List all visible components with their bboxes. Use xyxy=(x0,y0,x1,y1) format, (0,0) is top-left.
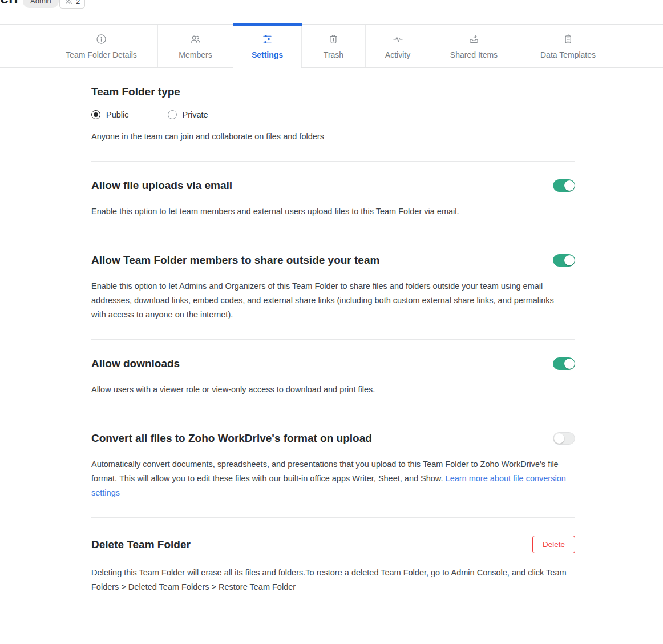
tab-label: Activity xyxy=(385,50,410,59)
convert-files-toggle[interactable] xyxy=(553,432,575,445)
downloads-toggle[interactable] xyxy=(553,357,575,370)
tab-label: Trash xyxy=(324,50,343,59)
toggle-knob xyxy=(564,180,575,191)
people-icon xyxy=(189,33,201,45)
tab-trash[interactable]: Trash xyxy=(302,25,366,67)
settings-panel: Team Folder type Public Private Anyone i… xyxy=(0,68,663,611)
section-description: Automatically convert documents, spreads… xyxy=(91,457,571,500)
radio-circle xyxy=(91,110,100,119)
admin-role-badge: Admin xyxy=(23,0,59,8)
section-heading: Allow file uploads via email xyxy=(91,179,232,192)
team-folder-title: en xyxy=(0,0,18,7)
toggle-knob xyxy=(564,359,575,369)
section-heading: Team Folder type xyxy=(91,86,575,98)
radio-circle xyxy=(168,110,177,119)
file-uploads-toggle[interactable] xyxy=(553,179,575,192)
tab-label: Members xyxy=(179,50,212,59)
section-heading: Convert all files to Zoho WorkDrive's fo… xyxy=(91,432,372,445)
info-icon xyxy=(95,33,107,45)
radio-public[interactable]: Public xyxy=(91,110,129,119)
section-description: Enable this option to let team members a… xyxy=(91,204,571,219)
radio-label: Private xyxy=(183,110,208,119)
activity-icon xyxy=(392,33,404,45)
section-share-outside: Allow Team Folder members to share outsi… xyxy=(91,236,575,339)
sliders-icon xyxy=(261,33,273,45)
trash-icon xyxy=(328,33,339,45)
member-count-badge[interactable]: 2 xyxy=(59,0,85,9)
section-heading: Allow downloads xyxy=(91,357,180,370)
section-heading: Allow Team Folder members to share outsi… xyxy=(91,254,379,267)
tab-members[interactable]: Members xyxy=(158,25,233,67)
member-count: 2 xyxy=(76,0,80,6)
radio-private[interactable]: Private xyxy=(168,110,208,119)
tab-label: Shared Items xyxy=(450,50,498,59)
section-team-folder-type: Team Folder type Public Private Anyone i… xyxy=(91,68,575,161)
section-description: Anyone in the team can join and collabor… xyxy=(91,130,571,144)
toggle-knob xyxy=(554,433,564,444)
page-header: en Admin 2 xyxy=(0,0,663,12)
tab-activity[interactable]: Activity xyxy=(366,25,430,67)
tabbar-right-spacer xyxy=(618,25,663,67)
section-heading: Delete Team Folder xyxy=(91,538,191,551)
section-description: Enable this option to let Admins and Org… xyxy=(91,279,571,322)
tab-data-templates[interactable]: Data Templates xyxy=(518,25,618,67)
people-icon xyxy=(64,0,73,6)
toggle-knob xyxy=(564,255,575,265)
tab-team-folder-details[interactable]: Team Folder Details xyxy=(45,25,158,67)
folder-type-radio-group: Public Private xyxy=(91,110,575,119)
section-file-uploads: Allow file uploads via email Enable this… xyxy=(91,162,575,236)
tab-shared-items[interactable]: Shared Items xyxy=(430,25,518,67)
shared-items-icon xyxy=(468,33,480,45)
section-delete-team-folder: Delete Team Folder Delete Deleting this … xyxy=(91,518,575,611)
delete-button[interactable]: Delete xyxy=(532,536,575,553)
tab-bar: Team Folder Details Members Settings Tra… xyxy=(0,24,663,68)
tab-label: Data Templates xyxy=(540,50,596,59)
tab-label: Settings xyxy=(252,50,283,59)
tab-label: Team Folder Details xyxy=(66,50,137,59)
section-downloads: Allow downloads Allow users with a viewe… xyxy=(91,340,575,414)
share-outside-toggle[interactable] xyxy=(553,254,575,267)
section-description: Deleting this Team Folder will erase all… xyxy=(91,566,571,594)
radio-label: Public xyxy=(106,110,129,119)
tabbar-left-spacer xyxy=(0,25,45,67)
section-description: Allow users with a viewer role or view-o… xyxy=(91,383,571,397)
section-convert-files: Convert all files to Zoho WorkDrive's fo… xyxy=(91,414,575,517)
data-templates-icon xyxy=(562,33,574,45)
tab-settings[interactable]: Settings xyxy=(233,25,302,67)
